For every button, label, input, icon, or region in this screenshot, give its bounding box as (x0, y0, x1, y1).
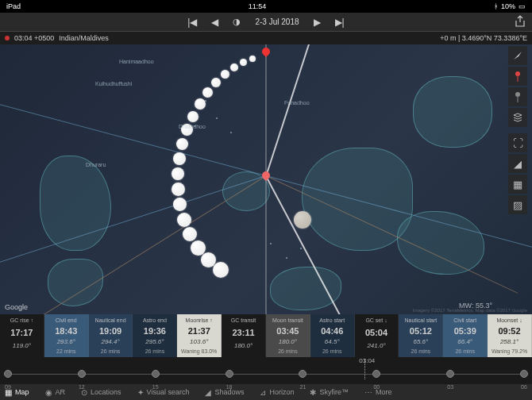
cell-value: 64.5° (312, 338, 353, 345)
cell-time: 18:43 (46, 326, 87, 336)
cell-value: 103.6° (179, 338, 219, 345)
locate-button[interactable] (508, 46, 527, 65)
next-button[interactable]: ▶ (314, 17, 321, 28)
cell-title: Civil end (46, 317, 87, 323)
cell-title: GC transit (223, 317, 264, 323)
cell-sub: Waning 83.0% (179, 348, 219, 354)
event-cell[interactable]: Moonrise ↑21:37103.6°Waning 83.0% (177, 314, 222, 357)
status-right: ᚼ 10% ▭ (494, 2, 526, 10)
timeline-dot[interactable] (78, 370, 86, 378)
timeline-hour-label: 03 (447, 384, 453, 390)
nav-visualsearch[interactable]: ✦Visual search (137, 388, 190, 397)
map-place-label: Kulhudhuffushi (95, 81, 132, 87)
event-cell[interactable]: Moonset ↓09:52258.1°Waning 79.2% (488, 314, 532, 357)
cell-time: 23:11 (223, 328, 264, 337)
elevation-label: +0 m (440, 34, 456, 42)
nav-label: Map (15, 388, 29, 396)
moon-phase-icon: ◑ (233, 17, 241, 27)
map-place-label: Dhidhdhoo (179, 124, 206, 129)
record-dot-icon (5, 36, 10, 40)
timeline-hour-label: 21 (300, 384, 306, 390)
cell-time: 09:52 (489, 326, 530, 336)
secondary-pin-button[interactable] (508, 87, 527, 106)
event-cell[interactable]: GC transit23:11180.0° (222, 314, 266, 357)
share-button[interactable] (515, 15, 526, 28)
event-cell[interactable]: Civil start05:3966.4°26 mins (443, 314, 488, 357)
timeline-dot[interactable] (299, 370, 306, 378)
timeline-dot[interactable] (152, 370, 160, 378)
cell-value: 65.6° (400, 338, 441, 345)
timeline-dot[interactable] (372, 370, 380, 378)
cell-sub: 22 mins (46, 348, 87, 354)
event-data-strip: GC rise ↑17:17119.0°Civil end18:43293.6°… (0, 314, 532, 357)
cell-sub: Waning 79.2% (489, 348, 530, 354)
coords-label: 3.4690°N 73.3386°E (462, 34, 527, 42)
nav-locations[interactable]: ⊙Locations (81, 388, 121, 397)
nav-ar[interactable]: ◉AR (45, 388, 66, 397)
event-cell[interactable]: GC set ↓05:04241.0° (355, 314, 399, 357)
event-cell[interactable]: GC rise ↑17:17119.0° (0, 314, 44, 357)
svg-point-2 (515, 92, 520, 97)
timeline-dot[interactable] (4, 370, 12, 378)
moon-current-icon (294, 211, 311, 229)
svg-point-0 (515, 71, 520, 76)
cell-time: 04:46 (312, 326, 353, 336)
expand-button[interactable]: ⛶ (508, 133, 527, 152)
layers-button[interactable] (508, 108, 527, 127)
event-cell[interactable]: Astro end19:36295.6°26 mins (133, 314, 177, 357)
event-cell[interactable]: Nautical end19:09294.4°26 mins (89, 314, 133, 357)
timeline-dot[interactable] (226, 370, 233, 378)
map-canvas[interactable]: HanimaadhooKulhudhuffushiDhidhdhooDhurar… (0, 44, 532, 314)
cell-title: Civil start (445, 317, 485, 323)
nav-shadows[interactable]: ◢Shadows (205, 388, 244, 397)
nav-label: Skyfire™ (319, 388, 349, 396)
cell-value: 294.4° (91, 338, 131, 345)
timeline[interactable]: 03:04 0912151821000306 (0, 357, 532, 384)
timeline-marker[interactable] (364, 359, 365, 379)
cell-sub: 26 mins (400, 348, 441, 354)
map-attribution: Imagery ©2017 TerraMetrics, Map data ©20… (413, 308, 527, 313)
event-cell[interactable]: Moon transit03:45180.0°26 mins (266, 314, 310, 357)
timeline-dot[interactable] (520, 370, 528, 378)
cell-time: 19:09 (91, 326, 131, 336)
cell-value: 180.0° (268, 338, 308, 345)
bluetooth-icon: ᚼ (494, 2, 498, 10)
map-place-label: Dhuraru (86, 162, 106, 167)
cell-sub: 26 mins (91, 348, 131, 354)
cell-title: Moon transit (268, 317, 308, 323)
cell-value: 258.1° (489, 338, 530, 345)
north-pin-icon (260, 46, 272, 57)
nav-horizon[interactable]: ⊿Horizon (260, 388, 294, 397)
pin-tool-button[interactable] (508, 67, 527, 86)
cell-time: 05:12 (400, 326, 441, 336)
cell-value: 180.0° (223, 342, 264, 349)
last-button[interactable]: ▶| (335, 17, 345, 28)
cell-title: Astro end (134, 317, 175, 323)
nav-icon: ⊿ (260, 388, 266, 397)
texture-button[interactable]: ▨ (508, 195, 527, 214)
cell-value: 293.6° (46, 338, 87, 345)
timeline-dot[interactable] (446, 370, 454, 378)
terrain-button[interactable]: ◢ (508, 154, 527, 173)
battery-pct: 10% (501, 2, 515, 10)
cell-title: Moonset ↓ (489, 317, 530, 323)
top-toolbar: |◀ ◀ ◑ 2-3 Jul 2018 ▶ ▶| (0, 13, 532, 32)
cell-title: GC rise ↑ (2, 317, 42, 323)
timeline-hour-label: 12 (79, 384, 85, 390)
right-toolbar: ⛶ ◢ ▦ ▨ (508, 46, 529, 214)
region-label: Indian/Maldives (59, 34, 109, 42)
prev-button[interactable]: ◀ (211, 17, 218, 28)
cell-sub: 26 mins (268, 348, 308, 354)
event-cell[interactable]: Astro start04:4664.5°26 mins (310, 314, 355, 357)
date-label[interactable]: 2-3 Jul 2018 (255, 17, 299, 26)
status-time: 11:54 (249, 2, 267, 10)
cell-sub: 26 mins (312, 348, 353, 354)
event-cell[interactable]: Nautical start05:1265.6°26 mins (399, 314, 443, 357)
event-cell[interactable]: Civil end18:43293.6°22 mins (44, 314, 89, 357)
nav-skyfire[interactable]: ✱Skyfire™ (310, 388, 349, 397)
first-button[interactable]: |◀ (187, 17, 197, 28)
grid-button[interactable]: ▦ (508, 175, 527, 194)
cell-title: Astro start (312, 317, 353, 323)
ios-status-bar: iPad 11:54 ᚼ 10% ▭ (0, 0, 532, 13)
nav-icon: ◢ (205, 388, 211, 397)
